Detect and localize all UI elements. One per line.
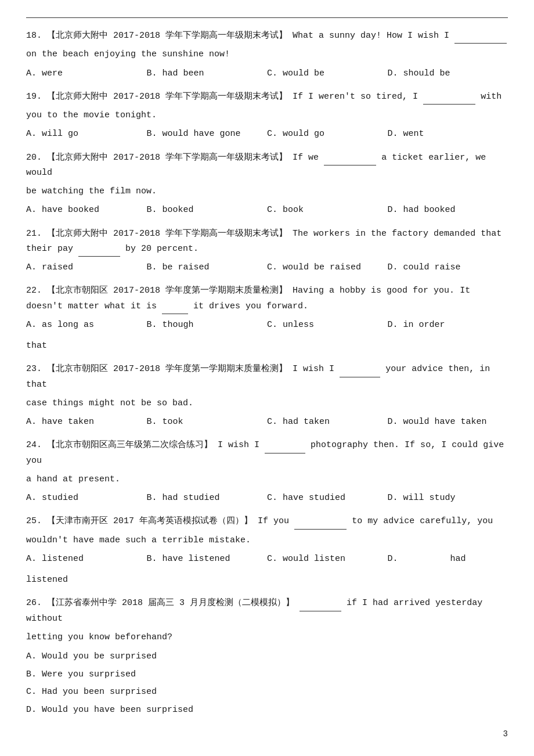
- q20-optC: C. book: [267, 203, 388, 218]
- q21-blank: [78, 248, 120, 257]
- q21-text-after-inline: by 20 percent.: [125, 244, 199, 254]
- q20-blank: [324, 157, 376, 165]
- q25-options: A. listened B. have listened C. would li…: [26, 552, 508, 567]
- q20-label: 【北京师大附中 2017-2018 学年下学期高一年级期末考试】: [47, 153, 287, 163]
- q21-optA: A. raised: [26, 260, 147, 275]
- q22-optA: A. as long as: [26, 318, 147, 333]
- q24-text-before: I wish I: [218, 440, 259, 450]
- q22-optB: B. though: [147, 318, 268, 333]
- q24-optB: B. had studied: [147, 491, 268, 506]
- q25-number: 25.: [26, 516, 42, 526]
- q22-text-after-inline: it drives you forward.: [193, 301, 308, 311]
- q24-blank: [265, 445, 305, 453]
- q18-text-before: What a sunny day! How I wish I: [293, 31, 449, 41]
- q20-number: 20.: [26, 153, 42, 163]
- question-18: 18. 【北京师大附中 2017-2018 学年下学期高一年级期末考试】 Wha…: [26, 28, 508, 81]
- q18-optA: A. were: [26, 66, 147, 81]
- question-19: 19. 【北京师大附中 2017-2018 学年下学期高一年级期末考试】 If …: [26, 89, 508, 142]
- q21-options: A. raised B. be raised C. would be raise…: [26, 260, 508, 275]
- q25-text-inline: to my advice carefully, you: [352, 516, 493, 526]
- q26-optA: A. Would you be surprised: [26, 649, 508, 665]
- q25-optA: A. listened: [26, 552, 147, 567]
- question-23: 23. 【北京市朝阳区 2017-2018 学年度第一学期期末质量检测】 I w…: [26, 362, 508, 430]
- q23-optD: D. would have taken: [388, 415, 508, 430]
- q21-text: 21. 【北京师大附中 2017-2018 学年下学期高一年级期末考试】 The…: [26, 226, 508, 257]
- q23-options: A. have taken B. took C. had taken D. wo…: [26, 415, 508, 430]
- q20-continued: be watching the film now.: [26, 184, 508, 199]
- q21-optB: B. be raised: [147, 260, 268, 275]
- q21-optC: C. would be raised: [267, 260, 388, 275]
- q25-continued: wouldn't have made such a terrible mista…: [26, 533, 508, 548]
- q20-optA: A. have booked: [26, 203, 147, 218]
- q24-optD: D. will study: [388, 491, 508, 506]
- q19-text-after-inline: with: [481, 92, 501, 102]
- q18-continued: on the beach enjoying the sunshine now!: [26, 47, 508, 62]
- q19-continued: you to the movie tonight.: [26, 108, 508, 123]
- q23-text-before: I wish I: [293, 364, 334, 374]
- q25-blank: [294, 521, 347, 530]
- question-20: 20. 【北京师大附中 2017-2018 学年下学期高一年级期末考试】 If …: [26, 150, 508, 218]
- q18-optC: C. would be: [267, 66, 388, 81]
- q24-optC: C. have studied: [267, 491, 388, 506]
- q22-optD: D. in order: [388, 318, 450, 333]
- q22-blank: [162, 305, 188, 314]
- q22-optC: C. unless: [267, 318, 388, 333]
- q20-text-before: If we: [293, 153, 319, 163]
- q19-label: 【北京师大附中 2017-2018 学年下学期高一年级期末考试】: [47, 92, 287, 102]
- q19-number: 19.: [26, 92, 42, 102]
- q24-number: 24.: [26, 440, 42, 450]
- q25-optD: D. had: [388, 552, 471, 567]
- q19-optB: B. would have gone: [147, 127, 268, 142]
- q24-label: 【北京市朝阳区高三年级第二次综合练习】: [47, 440, 212, 450]
- q19-text: 19. 【北京师大附中 2017-2018 学年下学期高一年级期末考试】 If …: [26, 89, 508, 105]
- q25-text: 25. 【天津市南开区 2017 年高考英语模拟试卷（四）】 If you to…: [26, 514, 508, 529]
- q20-optD: D. had booked: [388, 203, 508, 218]
- q23-optA: A. have taken: [26, 415, 147, 430]
- q20-optB: B. booked: [147, 203, 268, 218]
- q19-optA: A. will go: [26, 127, 147, 142]
- q21-number: 21.: [26, 229, 42, 239]
- q24-optA: A. studied: [26, 491, 147, 506]
- q18-options: A. were B. had been C. would be D. shoul…: [26, 66, 508, 81]
- q26-continued: letting you know beforehand?: [26, 630, 508, 645]
- page-number: 3: [503, 729, 508, 739]
- q26-optB: B. Were you surprised: [26, 667, 508, 683]
- q22-label: 【北京市朝阳区 2017-2018 学年度第一学期期末质量检测】: [47, 286, 287, 296]
- q18-text: 18. 【北京师大附中 2017-2018 学年下学期高一年级期末考试】 Wha…: [26, 28, 508, 44]
- q18-optD: D. should be: [388, 66, 508, 81]
- q19-optD: D. went: [388, 127, 508, 142]
- q26-number: 26.: [26, 598, 42, 608]
- q23-number: 23.: [26, 364, 42, 374]
- q21-optD: D. could raise: [388, 260, 508, 275]
- q19-blank: [423, 96, 475, 105]
- q26-text: 26. 【江苏省泰州中学 2018 届高三 3 月月度检测（二模模拟）】 if …: [26, 596, 508, 627]
- q22-options: A. as long as B. though C. unless D. in …: [26, 318, 508, 333]
- q23-continued: case things might not be so bad.: [26, 396, 508, 411]
- q21-label: 【北京师大附中 2017-2018 学年下学期高一年级期末考试】: [47, 229, 287, 239]
- q25-optC: C. would listen: [267, 552, 388, 567]
- q23-optB: B. took: [147, 415, 268, 430]
- q19-text-before: If I weren't so tired, I: [293, 92, 418, 102]
- q26-options: A. Would you be surprised B. Were you su…: [26, 649, 508, 719]
- q24-text: 24. 【北京市朝阳区高三年级第二次综合练习】 I wish I photogr…: [26, 438, 508, 469]
- q18-label: 【北京师大附中 2017-2018 学年下学期高一年级期末考试】: [47, 31, 287, 41]
- question-24: 24. 【北京市朝阳区高三年级第二次综合练习】 I wish I photogr…: [26, 438, 508, 506]
- q25-text-before: If you: [258, 516, 289, 526]
- q18-optB: B. had been: [147, 66, 268, 81]
- q22-d-wrap: that: [26, 339, 508, 354]
- q26-label: 【江苏省泰州中学 2018 届高三 3 月月度检测（二模模拟）】: [47, 598, 294, 608]
- q23-optC: C. had taken: [267, 415, 388, 430]
- q18-blank: [454, 35, 507, 44]
- q25-d-wrap: listened: [26, 573, 508, 588]
- top-divider: [26, 17, 508, 18]
- q22-number: 22.: [26, 286, 42, 296]
- q19-optC: C. would go: [267, 127, 388, 142]
- q25-label: 【天津市南开区 2017 年高考英语模拟试卷（四）】: [47, 516, 252, 526]
- q24-continued: a hand at present.: [26, 472, 508, 487]
- q18-number: 18.: [26, 31, 42, 41]
- q26-optD: D. Would you have been surprised: [26, 702, 508, 719]
- question-21: 21. 【北京师大附中 2017-2018 学年下学期高一年级期末考试】 The…: [26, 226, 508, 276]
- q25-optB: B. have listened: [147, 552, 268, 567]
- q23-blank: [340, 369, 380, 377]
- q22-text: 22. 【北京市朝阳区 2017-2018 学年度第一学期期末质量检测】 Hav…: [26, 283, 508, 314]
